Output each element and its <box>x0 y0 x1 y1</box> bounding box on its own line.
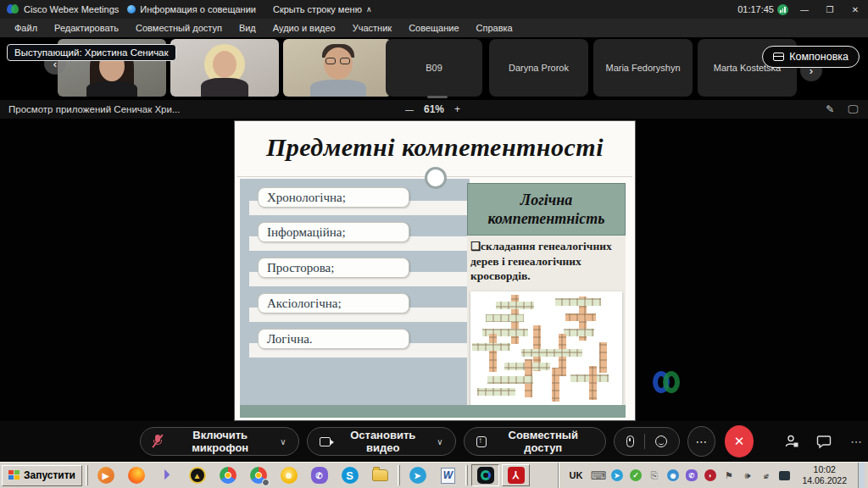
slide-right-panel: Логічна компетентність ❑складання генеал… <box>467 183 626 405</box>
telegram-icon[interactable]: ➤ <box>409 467 426 485</box>
menu-audio-video[interactable]: Аудио и видео <box>265 19 343 37</box>
chevron-down-icon[interactable]: ∨ <box>280 437 286 446</box>
tray-clipboard-icon[interactable]: ⎘ <box>648 469 660 482</box>
participant-video <box>283 39 392 97</box>
menubar: Файл Редактировать Совместный доступ Вид… <box>0 19 868 37</box>
caret-up-icon: ∧ <box>366 5 372 14</box>
close-button[interactable]: ✕ <box>843 0 868 19</box>
video-tile-3[interactable] <box>283 39 392 97</box>
aimp-icon[interactable]: ▲ <box>188 467 206 485</box>
file-manager-icon[interactable] <box>371 467 389 485</box>
minimize-button[interactable]: — <box>792 0 817 19</box>
kmplayer-icon[interactable]: ⏵ <box>158 467 175 485</box>
menu-help[interactable]: Справка <box>469 19 520 37</box>
display-icon[interactable]: 🖵 <box>848 103 858 115</box>
tray-app-icon[interactable] <box>778 469 791 482</box>
show-desktop-button[interactable] <box>858 463 865 488</box>
tray-eset-icon[interactable]: ◉ <box>666 469 679 482</box>
webex-meeting-window: Cisco Webex Meetings Информация о совеща… <box>0 0 868 488</box>
list-item: Логічна. <box>258 329 409 349</box>
end-meeting-button[interactable]: ✕ <box>725 425 754 458</box>
taskbar-acrobat-task[interactable]: ⅄ <box>502 464 530 486</box>
tray-idm-icon[interactable]: ◗ <box>704 469 716 482</box>
taskbar-webex-task[interactable] <box>471 464 499 486</box>
chevron-down-icon[interactable]: ∨ <box>437 437 442 446</box>
meeting-info-button[interactable]: Информация о совещании <box>119 0 264 19</box>
participant-video <box>170 39 279 97</box>
action-center-icon[interactable]: ⚑ <box>722 469 735 482</box>
recorder-icon[interactable] <box>626 435 634 447</box>
chrome-icon[interactable] <box>219 467 236 485</box>
menu-edit[interactable]: Редактировать <box>47 19 126 37</box>
share-status-bar: Просмотр приложений Сеничак Хри... — 61%… <box>0 100 868 119</box>
quick-launch: ▶ ⏵ ▲ ✆ S <box>92 467 394 485</box>
zoom-in-button[interactable]: + <box>454 103 460 115</box>
titlebar: Cisco Webex Meetings Информация о совеща… <box>0 0 868 19</box>
tray-telegram-icon[interactable]: ➤ <box>610 469 623 482</box>
meeting-timer: 01:17:45 <box>737 4 774 14</box>
windows-logo-icon <box>8 470 20 480</box>
slide-bottom-band <box>240 405 626 418</box>
connection-quality-icon <box>777 4 788 15</box>
restore-button[interactable]: ❐ <box>817 0 843 19</box>
crossword-image <box>470 291 622 405</box>
active-speaker-tooltip: Выступающий: Христина Сеничак <box>7 44 176 61</box>
taskbar-clock[interactable]: 10:02 14.06.2022 <box>797 464 852 486</box>
system-tray: UK ⌨ ➤ ✓ ⎘ ◉ ✆ ◗ ⚑ 🕪 ⸙ 10:02 14.06.2022 <box>559 463 868 488</box>
mic-muted-icon <box>153 435 162 448</box>
taskbar: Запустити ▶ ⏵ ▲ ✆ S ➤ W ⅄ UK ⌨ <box>0 462 868 488</box>
list-item: Хронологічна; <box>258 187 409 208</box>
media-player-icon[interactable]: ▶ <box>97 467 114 485</box>
list-item: Просторова; <box>258 258 409 278</box>
more-options-button[interactable]: ⋯ <box>687 426 715 457</box>
video-tile-maria[interactable]: Maria Fedoryshyn <box>593 39 693 97</box>
viber-icon[interactable]: ✆ <box>310 467 328 485</box>
video-tile-daryna[interactable]: Daryna Prorok <box>489 39 588 97</box>
menu-file[interactable]: Файл <box>7 19 45 37</box>
menu-share[interactable]: Совместный доступ <box>128 19 230 37</box>
webex-logo-icon <box>7 4 19 14</box>
chat-panel-icon[interactable] <box>813 434 836 449</box>
presentation-slide: Предметні компетентності Хронологічна; І… <box>234 120 636 421</box>
meeting-info-icon <box>127 5 136 14</box>
stop-video-button[interactable]: Остановить видео ∨ <box>307 427 456 456</box>
webex-watermark-icon <box>653 371 683 396</box>
volume-icon[interactable]: 🕪 <box>741 469 754 482</box>
network-icon[interactable]: ⸙ <box>760 469 772 482</box>
unmute-button[interactable]: Включить микрофон ∨ <box>140 427 298 456</box>
firefox-icon[interactable] <box>127 467 145 485</box>
hide-menu-button[interactable]: Скрыть строку меню ∧ <box>264 0 380 19</box>
tray-viber-icon[interactable]: ✆ <box>685 469 698 482</box>
menu-participant[interactable]: Участник <box>345 19 399 37</box>
more-panels-icon[interactable]: ⋯ <box>845 435 868 448</box>
participants-panel-icon[interactable] <box>780 434 803 449</box>
language-indicator[interactable]: UK <box>566 470 587 480</box>
layout-grid-icon <box>773 53 784 61</box>
chrome-canary-icon[interactable] <box>280 467 298 485</box>
recorder-reactions-group <box>614 427 680 456</box>
share-content-button[interactable]: Совместный доступ <box>464 427 606 456</box>
slide-circle-ornament <box>425 167 447 189</box>
chrome-profile-icon[interactable] <box>249 467 267 485</box>
video-tile-b09[interactable]: B09 <box>386 39 482 97</box>
menu-meeting[interactable]: Совещание <box>401 19 466 37</box>
layout-button[interactable]: Компоновка <box>762 46 860 68</box>
close-x-icon: ✕ <box>734 434 745 449</box>
square-bullet-icon: ❑ <box>470 240 481 252</box>
start-button[interactable]: Запустити <box>2 465 82 486</box>
word-icon[interactable]: W <box>439 467 457 485</box>
tray-antivirus-icon[interactable]: ✓ <box>629 469 642 482</box>
keyboard-layout-icon[interactable]: ⌨ <box>592 469 604 482</box>
share-status-text: Просмотр приложений Сеничак Хри... <box>0 104 181 114</box>
slide-content-panel: Хронологічна; Інформаційна; Просторова; … <box>240 179 470 405</box>
share-screen-icon <box>476 436 487 447</box>
reactions-icon[interactable] <box>655 435 667 447</box>
list-item: Інформаційна; <box>258 222 409 242</box>
annotate-icon[interactable]: ✎ <box>826 103 834 115</box>
list-item: Аксіологічна; <box>258 293 409 313</box>
strip-scroll-handle[interactable] <box>427 96 448 98</box>
zoom-out-button[interactable]: — <box>405 105 414 114</box>
menu-view[interactable]: Вид <box>231 19 264 37</box>
video-tile-2[interactable] <box>170 39 279 97</box>
skype-icon[interactable]: S <box>341 467 359 485</box>
